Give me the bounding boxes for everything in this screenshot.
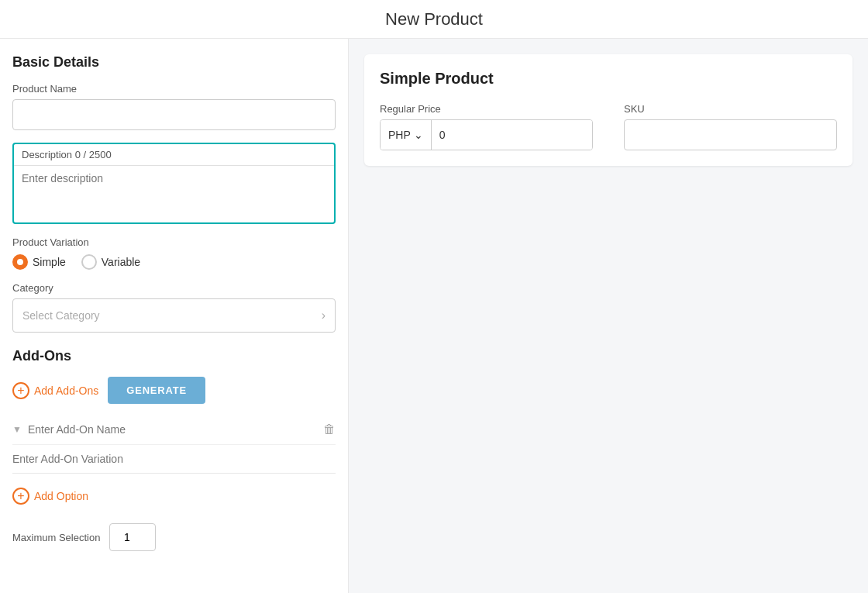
add-addons-label: Add Add-Ons [34, 384, 98, 397]
price-sku-row: Regular Price PHP ⌄ SKU [380, 103, 837, 150]
simple-product-card: Simple Product Regular Price PHP ⌄ SK [364, 54, 852, 166]
addon-name-row: ▼ 🗑 [12, 415, 336, 445]
currency-chevron-icon: ⌄ [414, 129, 423, 141]
regular-price-label: Regular Price [380, 103, 593, 115]
generate-button[interactable]: GENERATE [108, 377, 205, 404]
max-selection-row: Maximum Selection [12, 523, 336, 551]
add-option-label: Add Option [34, 490, 88, 502]
variation-radio-group: Simple Variable [12, 254, 336, 270]
product-name-input[interactable] [12, 99, 336, 130]
currency-code: PHP [388, 129, 411, 141]
main-layout: Basic Details Product Name Description 0… [0, 39, 868, 593]
add-option-button[interactable]: + Add Option [12, 481, 88, 511]
addons-row: + Add Add-Ons GENERATE [12, 377, 336, 404]
regular-price-group: Regular Price PHP ⌄ [380, 103, 593, 150]
header: New Product [0, 0, 868, 39]
sku-label: SKU [624, 103, 837, 115]
price-input-row: PHP ⌄ [380, 119, 593, 150]
product-name-group: Product Name [12, 83, 336, 130]
max-selection-input[interactable] [109, 523, 156, 551]
addon-name-input[interactable] [28, 423, 317, 436]
simple-product-title: Simple Product [380, 70, 837, 88]
description-textarea[interactable] [14, 166, 334, 220]
description-container: Description 0 / 2500 [12, 143, 336, 224]
sku-group: SKU [624, 103, 837, 150]
currency-select[interactable]: PHP ⌄ [381, 120, 432, 150]
variable-radio-label: Variable [102, 256, 140, 268]
right-panel: Simple Product Regular Price PHP ⌄ SK [349, 39, 868, 593]
basic-details-title: Basic Details [12, 54, 336, 71]
category-label: Category [12, 282, 336, 294]
trash-icon[interactable]: 🗑 [323, 422, 336, 436]
variation-simple[interactable]: Simple [12, 254, 66, 270]
chevron-down-icon: ▼ [12, 424, 22, 435]
add-addons-button[interactable]: + Add Add-Ons [12, 382, 98, 399]
left-panel: Basic Details Product Name Description 0… [0, 39, 349, 593]
variation-label: Product Variation [12, 236, 336, 248]
category-select[interactable]: Select Category › [12, 298, 336, 333]
price-value-input[interactable] [432, 120, 592, 150]
description-header: Description 0 / 2500 [14, 144, 334, 166]
product-name-label: Product Name [12, 83, 336, 95]
variation-variable[interactable]: Variable [81, 254, 140, 270]
sku-input[interactable] [624, 119, 837, 150]
category-placeholder-text: Select Category [22, 309, 100, 322]
page-title: New Product [385, 9, 483, 29]
addon-variation-input[interactable] [12, 445, 336, 474]
max-selection-label: Maximum Selection [12, 532, 100, 543]
addons-title: Add-Ons [12, 348, 336, 364]
add-addons-plus-icon: + [12, 382, 29, 399]
add-option-plus-icon: + [12, 488, 29, 505]
description-label: Description [22, 149, 72, 160]
chevron-right-icon: › [322, 309, 326, 322]
description-char-count: 0 / 2500 [75, 149, 112, 160]
simple-radio-label: Simple [33, 256, 66, 268]
simple-radio-circle[interactable] [12, 254, 28, 270]
variable-radio-circle[interactable] [81, 254, 97, 270]
